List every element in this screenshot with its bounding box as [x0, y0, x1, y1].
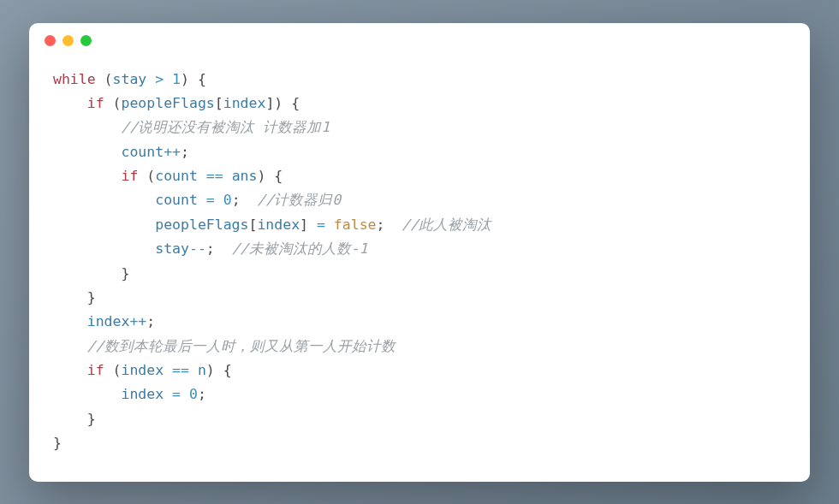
- comment: //计数器归0: [257, 192, 341, 208]
- code-line: if (index == n) {: [53, 362, 232, 378]
- maximize-icon[interactable]: [80, 35, 92, 46]
- code-block: while (stay > 1) { if (peopleFlags[index…: [29, 59, 810, 482]
- code-window: while (stay > 1) { if (peopleFlags[index…: [29, 23, 810, 482]
- code-line: count++;: [53, 144, 189, 160]
- comment: //此人被淘汰: [402, 216, 491, 233]
- minimize-icon[interactable]: [62, 35, 74, 46]
- code-line: while (stay > 1) {: [53, 71, 206, 87]
- code-line: stay--; //未被淘汰的人数-1: [53, 240, 367, 257]
- comment: //未被淘汰的人数-1: [232, 240, 368, 257]
- code-line: if (count == ans) {: [53, 168, 283, 184]
- code-line: count = 0; //计数器归0: [53, 192, 341, 208]
- code-line: peopleFlags[index] = false; //此人被淘汰: [53, 216, 491, 233]
- titlebar: [29, 23, 810, 59]
- code-line: index++;: [53, 313, 155, 329]
- keyword-if: if: [121, 168, 138, 184]
- code-line: }: [53, 435, 62, 451]
- code-line: if (peopleFlags[index]) {: [53, 95, 300, 111]
- code-line: }: [53, 289, 96, 305]
- comment: //数到本轮最后一人时，则又从第一人开始计数: [87, 338, 396, 354]
- code-line: //数到本轮最后一人时，则又从第一人开始计数: [53, 338, 396, 354]
- code-line: }: [53, 411, 96, 427]
- comment: //说明还没有被淘汰 计数器加1: [121, 119, 330, 135]
- code-line: index = 0;: [53, 386, 206, 402]
- close-icon[interactable]: [45, 35, 56, 46]
- keyword-if: if: [87, 95, 104, 111]
- code-line: //说明还没有被淘汰 计数器加1: [53, 119, 330, 135]
- keyword-while: while: [53, 71, 96, 87]
- keyword-if: if: [87, 362, 104, 378]
- code-line: }: [53, 265, 129, 282]
